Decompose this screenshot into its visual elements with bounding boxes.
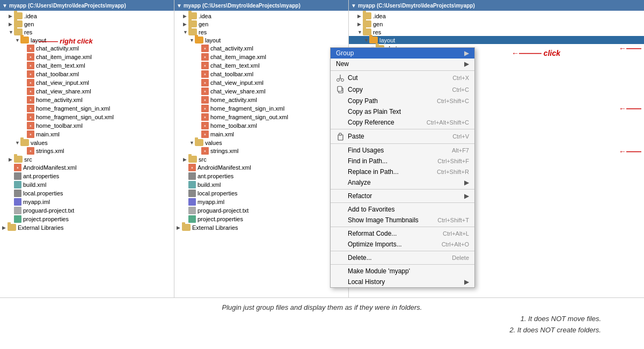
- item-label: src: [24, 156, 32, 163]
- tree-item[interactable]: ▶ gen: [0, 20, 174, 28]
- ctx-cut-item[interactable]: Cut Ctrl+X: [331, 72, 474, 84]
- ctx-makemodule-item[interactable]: Make Module 'myapp': [331, 266, 474, 277]
- ctx-findinpath-item[interactable]: Find in Path... Ctrl+Shift+F: [331, 156, 474, 166]
- tree-item[interactable]: ▶ External Libraries: [0, 223, 174, 231]
- file-icon: [188, 190, 196, 197]
- item-label: gen: [373, 21, 383, 27]
- tree-item[interactable]: local.properties: [0, 189, 174, 198]
- tree-item[interactable]: x home_fragment_sign_in.xml: [0, 104, 174, 113]
- tree-item[interactable]: local.properties: [174, 189, 348, 198]
- tree-item[interactable]: ant.properties: [174, 172, 348, 180]
- tree-item[interactable]: x home_fragment_sign_out.xml: [174, 113, 348, 121]
- file-icon: x: [201, 88, 209, 95]
- tree-item[interactable]: x chat_view_input.xml: [174, 78, 348, 87]
- file-icon: x: [27, 53, 34, 61]
- ctx-delete-item[interactable]: Delete... Delete: [331, 252, 474, 263]
- ctx-optimize-shortcut: Ctrl+Alt+O: [442, 241, 469, 248]
- file-icon: x: [14, 164, 21, 171]
- tree-item[interactable]: ▼ values: [0, 139, 174, 147]
- tree-item[interactable]: x chat_item_image.xml: [174, 53, 348, 61]
- ctx-copypath-item[interactable]: Copy Path Ctrl+Shift+C: [331, 96, 474, 106]
- tree-item[interactable]: x AndroidManifest.xml: [174, 163, 348, 172]
- tree-item[interactable]: x strings.xml: [0, 147, 174, 155]
- tree-item[interactable]: proguard-project.txt: [174, 206, 348, 215]
- tree-item[interactable]: ▶ .idea: [0, 12, 174, 20]
- ctx-analyze-item[interactable]: Analyze ▶: [331, 177, 474, 188]
- tree-item[interactable]: ▼ res: [174, 28, 348, 36]
- item-label: chat_view_input.xml: [36, 79, 89, 86]
- tree-item[interactable]: ▶ src: [174, 155, 348, 163]
- svg-line-3: [340, 78, 341, 79]
- ctx-refactor-item[interactable]: Refactor ▶: [331, 191, 474, 201]
- tree-item[interactable]: ▶ .idea: [349, 12, 644, 20]
- item-label: res: [24, 29, 32, 35]
- tree-item[interactable]: x home_activity.xml: [0, 96, 174, 104]
- ctx-thumbnails-item[interactable]: Show Image Thumbnails Ctrl+Shift+T: [331, 215, 474, 226]
- tree-item[interactable]: x home_fragment_sign_in.xml: [174, 104, 348, 113]
- ctx-new-item[interactable]: New ▶: [331, 59, 474, 69]
- tree-item[interactable]: x chat_item_text.xml: [0, 61, 174, 70]
- tree-item[interactable]: build.xml: [0, 180, 174, 189]
- ctx-localhistory-item[interactable]: Local History ▶: [331, 277, 474, 287]
- svg-rect-6: [338, 86, 342, 91]
- panel1-header: ▼ myapp (C:\Users\Dmytro\IdeaProjects\my…: [0, 0, 174, 11]
- tree-item[interactable]: x home_toolbar.xml: [174, 121, 348, 130]
- tree-item[interactable]: build.xml: [174, 180, 348, 189]
- tree-item[interactable]: ▶ gen: [349, 20, 644, 28]
- tree-item[interactable]: x chat_activity.xml: [0, 44, 174, 53]
- tree-item[interactable]: project.properties: [174, 215, 348, 223]
- ctx-group-item[interactable]: Group ▶ ←——— click: [331, 48, 474, 59]
- item-label: gen: [24, 21, 34, 27]
- ctx-replacepath-item[interactable]: Replace in Path... Ctrl+Shift+R: [331, 166, 474, 177]
- layout-selected-item[interactable]: ▼ layout: [349, 36, 644, 44]
- tree-item[interactable]: x main.xml: [174, 130, 348, 139]
- item-label: chat_item_image.xml: [210, 54, 266, 60]
- tree-item[interactable]: x chat_view_share.xml: [174, 87, 348, 96]
- ctx-findusages-item[interactable]: Find Usages Alt+F7: [331, 145, 474, 156]
- file-icon: x: [201, 113, 209, 121]
- tree-item[interactable]: ▶ .idea: [174, 12, 348, 20]
- ctx-copyref-item[interactable]: Copy Reference Ctrl+Alt+Shift+C: [331, 117, 474, 128]
- tree-item[interactable]: ▼ values: [174, 139, 348, 147]
- file-icon: x: [27, 88, 34, 95]
- tree-item[interactable]: x strings.xml: [174, 147, 348, 155]
- ctx-separator: [331, 264, 474, 265]
- ctx-optimize-item[interactable]: Optimize Imports... Ctrl+Alt+O: [331, 239, 474, 250]
- tree-item[interactable]: project.properties: [0, 215, 174, 223]
- tree-item[interactable]: x main.xml: [0, 130, 174, 139]
- tree-item[interactable]: ▼ res: [349, 28, 644, 36]
- layout-item[interactable]: ▼ layout: [0, 36, 174, 44]
- tree-item[interactable]: x home_toolbar.xml: [0, 121, 174, 130]
- file-icon: [14, 181, 21, 188]
- file-icon: x: [188, 164, 196, 171]
- tree-item[interactable]: myapp.iml: [174, 198, 348, 206]
- tree-item[interactable]: ▼ res: [0, 28, 174, 36]
- arrow-icon: ▶: [183, 21, 188, 27]
- tree-item[interactable]: myapp.iml: [0, 198, 174, 206]
- layout-item[interactable]: ▼ layout: [174, 36, 348, 44]
- tree-item[interactable]: x chat_toolbar.xml: [0, 70, 174, 78]
- tree-item[interactable]: proguard-project.txt: [0, 206, 174, 215]
- ctx-reformat-item[interactable]: Reformat Code... Ctrl+Alt+L: [331, 228, 474, 239]
- ctx-copyplain-label: Copy as Plain Text: [348, 108, 469, 115]
- tree-item[interactable]: x AndroidManifest.xml: [0, 163, 174, 172]
- tree-item[interactable]: x chat_item_image.xml: [0, 53, 174, 61]
- file-icon: [14, 215, 21, 223]
- panel-2: ▼ myapp (C:\Users\Dmytro\IdeaProjects\my…: [174, 0, 349, 297]
- tree-item[interactable]: x chat_view_input.xml: [0, 78, 174, 87]
- tree-item[interactable]: ▶ src: [0, 155, 174, 163]
- tree-item[interactable]: ant.properties: [0, 172, 174, 180]
- tree-item[interactable]: x home_fragment_sign_out.xml: [0, 113, 174, 121]
- tree-item[interactable]: x chat_item_text.xml: [174, 61, 348, 70]
- file-icon: [14, 198, 21, 206]
- tree-item[interactable]: ▶ gen: [174, 20, 348, 28]
- tree-item[interactable]: x chat_activity.xml: [174, 44, 348, 53]
- tree-item[interactable]: x chat_toolbar.xml: [174, 70, 348, 78]
- ctx-paste-item[interactable]: Paste Ctrl+V: [331, 130, 474, 142]
- tree-item[interactable]: x chat_view_share.xml: [0, 87, 174, 96]
- tree-item[interactable]: ▶ External Libraries: [174, 223, 348, 231]
- tree-item[interactable]: x home_activity.xml: [174, 96, 348, 104]
- ctx-favorites-item[interactable]: Add to Favorites: [331, 204, 474, 215]
- ctx-copyplain-item[interactable]: Copy as Plain Text: [331, 106, 474, 117]
- ctx-copy-item[interactable]: Copy Ctrl+C: [331, 84, 474, 96]
